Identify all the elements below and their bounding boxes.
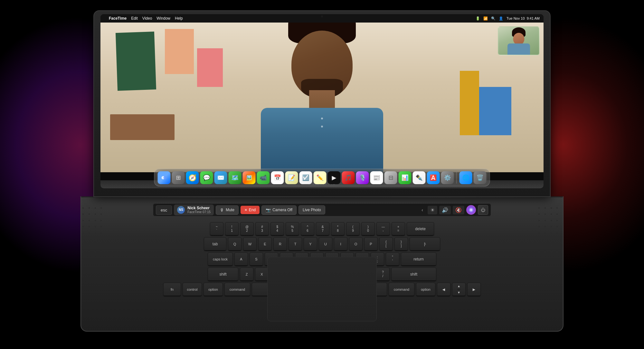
- dock-settings[interactable]: ⚙️: [441, 171, 454, 184]
- dock-appletv[interactable]: ▶: [328, 171, 341, 184]
- key-y[interactable]: Y: [304, 237, 317, 251]
- tb-siri-button[interactable]: [466, 205, 476, 215]
- menu-help[interactable]: Help: [175, 16, 183, 21]
- key-tilde[interactable]: ~`: [210, 222, 223, 236]
- tb-volume-mute-button[interactable]: 🔇: [453, 206, 464, 214]
- key-5[interactable]: %5: [286, 222, 299, 236]
- key-backslash[interactable]: |\: [410, 237, 440, 251]
- tb-mute-label: Mute: [226, 208, 234, 212]
- tb-volume-button[interactable]: 🔊: [439, 206, 451, 214]
- dock-news[interactable]: 📰: [370, 171, 383, 184]
- key-7[interactable]: &7: [316, 222, 329, 236]
- dock-internet[interactable]: 🌐: [459, 171, 472, 184]
- menu-edit[interactable]: Edit: [131, 16, 138, 21]
- key-i[interactable]: I: [334, 237, 347, 251]
- key-delete[interactable]: delete: [407, 222, 434, 236]
- dock-finder[interactable]: [158, 171, 171, 184]
- key-shift-right[interactable]: shift: [391, 268, 436, 281]
- key-z[interactable]: Z: [240, 268, 253, 281]
- key-fn[interactable]: fn: [163, 283, 181, 296]
- menu-facetime[interactable]: FaceTime: [109, 16, 127, 21]
- tb-caller-info: NS Nick Scheer FaceTime 07:15: [174, 204, 214, 215]
- dock-numbers[interactable]: 📊: [399, 171, 412, 184]
- dock-calendar[interactable]: 📅: [271, 171, 284, 184]
- person-body: [245, 50, 399, 172]
- dock-maps[interactable]: 🗺️: [229, 171, 242, 184]
- wifi-status: 📶: [483, 16, 488, 21]
- key-quote[interactable]: "': [386, 252, 399, 266]
- menu-bar-left: FaceTime Edit Video Window Help: [104, 16, 471, 21]
- key-minus[interactable]: —-: [376, 222, 390, 236]
- key-x[interactable]: X: [255, 268, 269, 281]
- dock-launchpad[interactable]: ⊞: [172, 171, 185, 184]
- key-arrow-updown[interactable]: ▲ ▼: [452, 283, 466, 296]
- tb-camera-button[interactable]: 📷 Camera Off: [261, 205, 297, 215]
- key-1[interactable]: !1: [225, 222, 239, 236]
- key-o[interactable]: O: [349, 237, 363, 251]
- menu-video[interactable]: Video: [142, 16, 152, 21]
- tb-end-button[interactable]: ✕ End: [241, 206, 260, 214]
- key-bracket-l[interactable]: {[: [379, 237, 393, 251]
- key-8[interactable]: *8: [331, 222, 345, 236]
- key-option-right[interactable]: option: [416, 283, 435, 296]
- tb-livephoto-button[interactable]: Live Photo: [298, 205, 325, 214]
- key-s[interactable]: S: [250, 252, 263, 266]
- key-t[interactable]: T: [289, 237, 302, 251]
- tb-end-icon: ✕: [244, 208, 247, 212]
- key-bracket-r[interactable]: }]: [394, 237, 408, 251]
- dock-messages[interactable]: 💬: [200, 171, 213, 184]
- key-equals[interactable]: +=: [392, 222, 405, 236]
- key-9[interactable]: (9: [346, 222, 360, 236]
- tb-end-label: End: [249, 208, 256, 212]
- key-a[interactable]: A: [234, 252, 248, 266]
- main-video: [100, 23, 544, 172]
- dock-safari[interactable]: 🧭: [186, 171, 199, 184]
- dock-reminders[interactable]: ☑️: [299, 171, 312, 184]
- dock-podcasts[interactable]: 🎙️: [356, 171, 369, 184]
- dock-parallels[interactable]: ⊟: [384, 171, 397, 184]
- key-6[interactable]: ^6: [301, 222, 314, 236]
- esc-key[interactable]: esc: [156, 205, 172, 215]
- key-q[interactable]: Q: [228, 237, 242, 251]
- macbook-lid: FaceTime Edit Video Window Help 🔋 📶 🔍 👤 …: [93, 10, 551, 197]
- dock-freeform[interactable]: ✏️: [314, 171, 327, 184]
- key-w[interactable]: W: [243, 237, 257, 251]
- key-3[interactable]: #3: [255, 222, 269, 236]
- tb-mute-button[interactable]: 🎙 Mute: [216, 205, 239, 215]
- menu-window[interactable]: Window: [156, 16, 170, 21]
- key-p[interactable]: P: [364, 237, 378, 251]
- tb-touch-id[interactable]: ⏻: [478, 205, 488, 215]
- key-arrow-right[interactable]: ►: [467, 283, 481, 296]
- key-arrow-left[interactable]: ◄: [437, 283, 450, 296]
- tb-camera-icon: 📷: [266, 208, 271, 212]
- background: FaceTime Edit Video Window Help 🔋 📶 🔍 👤 …: [0, 0, 644, 349]
- key-control[interactable]: control: [183, 283, 202, 296]
- tb-brightness-button[interactable]: ☀: [428, 206, 437, 214]
- dock-photos[interactable]: 🖼️: [243, 171, 256, 184]
- dock-notes[interactable]: 📝: [285, 171, 298, 184]
- key-4[interactable]: $4: [270, 222, 284, 236]
- key-e[interactable]: E: [258, 237, 272, 251]
- key-r[interactable]: R: [273, 237, 287, 251]
- key-command-left[interactable]: command: [224, 283, 250, 296]
- key-tab[interactable]: tab: [204, 237, 226, 251]
- key-command-right[interactable]: command: [389, 283, 414, 296]
- key-u[interactable]: U: [319, 237, 332, 251]
- dock-trash[interactable]: 🗑️: [474, 171, 487, 184]
- search-status[interactable]: 🔍: [491, 16, 496, 21]
- trackpad[interactable]: [267, 257, 377, 321]
- dock-music[interactable]: 🎵: [342, 171, 355, 184]
- key-return[interactable]: return: [401, 252, 436, 266]
- key-0[interactable]: )0: [361, 222, 375, 236]
- key-option-left[interactable]: option: [204, 283, 223, 296]
- key-2[interactable]: @2: [240, 222, 254, 236]
- dock-draw[interactable]: ✒️: [413, 171, 426, 184]
- key-shift-left[interactable]: shift: [208, 268, 238, 281]
- key-capslock[interactable]: caps lock: [208, 252, 233, 266]
- dock-facetime[interactable]: 📹: [257, 171, 270, 184]
- key-slash[interactable]: ?/: [376, 268, 390, 281]
- tb-chevron-left[interactable]: ‹: [419, 206, 426, 214]
- dock-mail[interactable]: ✉️: [214, 171, 227, 184]
- dock-appstore[interactable]: 🅰️: [427, 171, 440, 184]
- user-status[interactable]: 👤: [499, 16, 503, 21]
